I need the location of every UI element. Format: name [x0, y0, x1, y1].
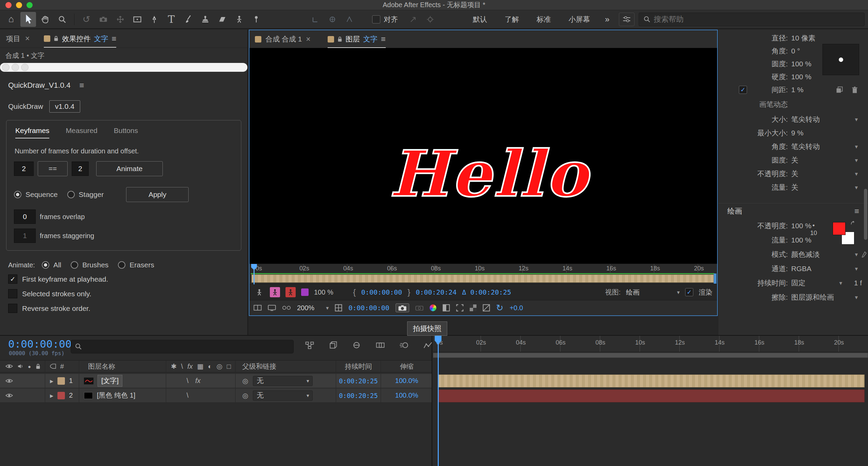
workspace-standard[interactable]: 标准 [528, 15, 559, 24]
lock-icon[interactable] [36, 364, 40, 369]
view-figure-toggle[interactable] [254, 287, 264, 297]
clone-stamp-tool[interactable] [197, 12, 213, 27]
out-point-bracket[interactable] [714, 273, 716, 284]
panel-menu-icon[interactable]: ≡ [854, 206, 859, 216]
align-checkbox[interactable] [372, 15, 380, 23]
channel-eyes-icon[interactable] [282, 306, 291, 310]
layer-expander[interactable]: ▸ [50, 377, 53, 385]
hardness-value[interactable]: 100 % [791, 73, 812, 81]
chevron-down-icon[interactable]: ▾ [855, 251, 858, 258]
apply-button[interactable]: Apply [126, 187, 189, 202]
effect-ui-circle[interactable] [2, 64, 10, 71]
diameter-value[interactable]: 10 像素 [791, 33, 815, 43]
layer-row-1[interactable]: ▸ 1 [文字] \ fx ◎ 无 ▾ 0:00:20:25 100.0% [0, 374, 432, 388]
duration-value[interactable]: 固定 [791, 278, 805, 288]
duration-frames-value[interactable]: 1 f [854, 279, 862, 287]
pencil-icon[interactable] [861, 251, 867, 258]
axis-mode-local-button[interactable] [308, 12, 323, 27]
timeline-track-area[interactable]: 0s 02s 04s 06s 08s 10s 12s 14s 16s 18s 2… [433, 336, 868, 466]
dyn-roundness-value[interactable]: 关 [791, 155, 798, 165]
overlap-input[interactable] [14, 210, 36, 224]
zoom-select[interactable]: 200% ▾ [297, 304, 329, 312]
paint-opacity-value[interactable]: 100 % [791, 222, 812, 230]
layer-duration[interactable]: 0:00:20:25 [339, 377, 378, 385]
tab-project-close[interactable]: × [25, 34, 30, 43]
roto-brush-tool[interactable] [231, 12, 247, 27]
snap-target-icon[interactable] [422, 12, 438, 27]
delete-brush-icon[interactable] [852, 86, 858, 94]
onion-skin-color-chip[interactable] [301, 288, 309, 296]
monitor-icon[interactable] [268, 305, 276, 311]
parent-column-header[interactable]: 父级和链接 [235, 361, 336, 372]
chevron-down-icon[interactable]: ▾ [855, 265, 858, 272]
quality-icon[interactable]: \ [181, 363, 183, 370]
layer-name[interactable]: [文字] [98, 375, 122, 387]
motion-blur-icon[interactable]: ◐ [208, 363, 212, 370]
render-checkbox[interactable]: ✓ [685, 288, 693, 296]
eye-icon[interactable] [5, 364, 13, 368]
workspace-learn[interactable]: 了解 [497, 15, 527, 24]
snapshot-button[interactable] [396, 303, 409, 313]
chevron-down-icon[interactable]: ▾ [855, 116, 858, 123]
frame-blend-toggle-icon[interactable] [376, 342, 385, 349]
panel-lock-icon[interactable] [337, 36, 342, 42]
paint-figure-toggle[interactable] [270, 287, 280, 297]
work-area-bar[interactable] [433, 353, 868, 358]
overlay-opacity-value[interactable]: 100 % [314, 288, 333, 296]
roundness-value[interactable]: 100 % [791, 60, 812, 68]
layer-label-chip[interactable] [57, 392, 65, 399]
checkbox-reverse-order[interactable] [8, 304, 17, 313]
eye-icon[interactable] [5, 379, 13, 383]
panel-menu-icon[interactable]: ≡ [381, 34, 386, 44]
pen-tool[interactable] [146, 12, 162, 27]
animate-button[interactable]: Animate [96, 161, 163, 176]
show-snapshot-icon[interactable] [415, 305, 423, 311]
tab-layer[interactable]: 图层 文字 ≡ [328, 34, 386, 44]
dyn-angle-value[interactable]: 笔尖转动 [791, 142, 820, 151]
exposure-value[interactable]: +0.0 [509, 304, 523, 312]
graph-editor-icon[interactable] [423, 342, 432, 349]
workspace-default[interactable]: 默认 [465, 15, 495, 24]
checkbox-selected-strokes[interactable] [8, 289, 17, 298]
comp-mini-flowchart-icon[interactable] [305, 342, 314, 349]
layer-row-2[interactable]: ▸ 2 [黑色 纯色 1] \ ◎ 无 ▾ 0:00:20:25 100.0% [0, 388, 432, 403]
dyn-flow-value[interactable]: 关 [791, 183, 798, 192]
chevron-down-icon[interactable]: ▾ [855, 294, 858, 301]
audio-icon[interactable] [18, 364, 23, 369]
axis-mode-world-button[interactable] [325, 12, 340, 27]
transparency-grid-icon[interactable] [470, 304, 476, 311]
chevron-down-icon[interactable]: ▾ [839, 280, 842, 287]
viewer-playhead[interactable] [254, 264, 255, 284]
current-time-display[interactable]: 0:00:00:00 [348, 304, 389, 312]
layer-stretch[interactable]: 100.0% [395, 377, 418, 385]
fx-icon[interactable]: fx [187, 363, 193, 370]
tab-composition[interactable]: 合成 合成 1 [265, 34, 302, 44]
radio-sequence[interactable] [14, 191, 21, 198]
help-search[interactable] [639, 13, 865, 26]
in-time-value[interactable]: 0:00:00:00 [361, 288, 402, 296]
eye-icon[interactable] [5, 393, 13, 398]
workspace-overflow-button[interactable]: » [600, 15, 615, 24]
grid-guides-icon[interactable] [335, 304, 342, 312]
erase-figure-toggle[interactable] [285, 287, 296, 297]
type-tool[interactable]: T [163, 12, 179, 27]
offset-frames-input[interactable] [72, 162, 89, 176]
layer-label-chip[interactable] [57, 377, 65, 385]
erase-value[interactable]: 图层源和绘画 [791, 293, 834, 302]
solo-icon[interactable]: ● [28, 364, 31, 369]
checkbox-first-keyframe[interactable]: ✓ [8, 274, 17, 284]
tab-composition-close[interactable]: × [306, 35, 310, 44]
axis-mode-view-button[interactable] [342, 12, 357, 27]
selection-tool[interactable] [20, 12, 36, 27]
parent-select[interactable]: 无 ▾ [253, 390, 313, 401]
quality-toggle[interactable]: \ [187, 392, 189, 399]
fx-toggle[interactable]: fx [195, 377, 201, 385]
puppet-pin-tool[interactable] [248, 12, 264, 27]
stagger-input[interactable] [14, 229, 36, 243]
size-value[interactable]: 笔尖转动 [791, 115, 820, 124]
layer-1-duration-bar[interactable] [438, 375, 865, 387]
layer-duration[interactable]: 0:00:20:25 [339, 392, 378, 399]
layer-time-ruler[interactable]: 0s 02s 04s 06s 08s 10s 12s 14s 16s 18s 2… [249, 264, 717, 284]
number-column-header[interactable]: # [60, 363, 64, 370]
label-tag-icon[interactable] [50, 364, 56, 369]
